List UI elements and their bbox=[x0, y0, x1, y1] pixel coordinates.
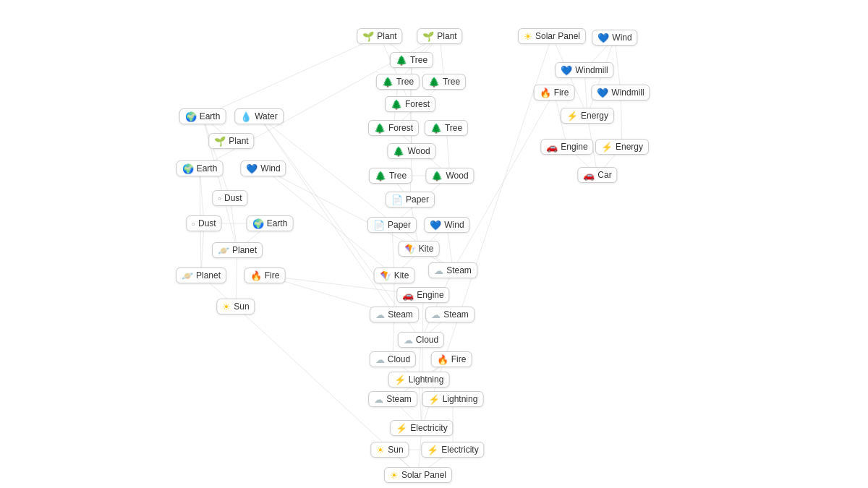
node-icon-sun1: ☀ bbox=[222, 302, 231, 312]
node-electricity1[interactable]: ⚡Electricity bbox=[390, 420, 453, 436]
node-icon-kite1: 🪁 bbox=[404, 244, 416, 254]
node-forest2[interactable]: 🌲Forest bbox=[368, 120, 419, 136]
node-icon-plant1: 🌱 bbox=[362, 32, 374, 41]
node-label-sun2: Sun bbox=[388, 445, 403, 455]
node-label-planet2: Planet bbox=[196, 270, 221, 281]
node-sun1[interactable]: ☀Sun bbox=[216, 299, 255, 314]
node-sun2[interactable]: ☀Sun bbox=[370, 442, 409, 458]
node-lightning1[interactable]: ⚡Lightning bbox=[388, 372, 450, 388]
node-energy1[interactable]: ⚡Energy bbox=[561, 108, 614, 124]
node-plant2[interactable]: 🌱Plant bbox=[417, 28, 462, 44]
node-lightning2[interactable]: ⚡Lightning bbox=[422, 391, 484, 407]
node-icon-plant2: 🌱 bbox=[422, 32, 434, 41]
node-label-lightning1: Lightning bbox=[409, 374, 444, 385]
node-steam1[interactable]: ☁Steam bbox=[428, 262, 477, 278]
node-label-planet1: Planet bbox=[232, 245, 257, 255]
node-water1[interactable]: 💧Water bbox=[234, 108, 284, 124]
node-plant3[interactable]: 🌱Plant bbox=[208, 133, 254, 149]
node-icon-earth1: 🌍 bbox=[185, 112, 197, 121]
node-planet2[interactable]: 🪐Planet bbox=[176, 267, 226, 283]
node-icon-tree1: 🌲 bbox=[396, 56, 407, 65]
node-tree1[interactable]: 🌲Tree bbox=[390, 52, 433, 68]
node-label-fire1: Fire bbox=[554, 87, 569, 98]
node-label-solar2: Solar Panel bbox=[401, 470, 446, 480]
node-fire1[interactable]: 🔥Fire bbox=[534, 85, 575, 100]
node-kite1[interactable]: 🪁Kite bbox=[399, 241, 440, 257]
svg-line-63 bbox=[203, 36, 380, 116]
node-label-electricity2: Electricity bbox=[441, 445, 478, 455]
node-icon-cloud1: ☁ bbox=[404, 335, 413, 345]
node-label-water1: Water bbox=[255, 111, 278, 121]
node-label-kite1: Kite bbox=[419, 244, 434, 254]
node-earth2[interactable]: 🌍Earth bbox=[176, 160, 224, 176]
node-label-paper1: Paper bbox=[406, 194, 429, 205]
svg-line-49 bbox=[422, 295, 423, 428]
node-wood1[interactable]: 🌲Wood bbox=[387, 143, 435, 159]
node-cloud1[interactable]: ☁Cloud bbox=[398, 332, 444, 348]
node-icon-energy2: ⚡ bbox=[601, 142, 613, 152]
node-wind2[interactable]: 💙Wind bbox=[240, 160, 286, 176]
node-label-tree3: Tree bbox=[443, 77, 460, 87]
node-wood2[interactable]: 🌲Wood bbox=[425, 168, 474, 184]
node-fire3[interactable]: 🔥Fire bbox=[431, 351, 472, 367]
node-electricity2[interactable]: ⚡Electricity bbox=[421, 442, 484, 458]
node-steam2[interactable]: ☁Steam bbox=[370, 307, 419, 322]
node-engine1[interactable]: 🚗Engine bbox=[540, 139, 593, 155]
node-label-windmill1: Windmill bbox=[575, 65, 608, 75]
node-tree5[interactable]: 🌲Tree bbox=[369, 168, 412, 184]
node-planet1[interactable]: 🪐Planet bbox=[212, 242, 263, 258]
node-cloud2[interactable]: ☁Cloud bbox=[370, 351, 416, 367]
node-dust1[interactable]: ▫Dust bbox=[212, 190, 247, 206]
node-wind1[interactable]: 💙Wind bbox=[592, 30, 637, 46]
node-label-steam2: Steam bbox=[388, 309, 413, 320]
node-tree2[interactable]: 🌲Tree bbox=[376, 74, 420, 90]
node-label-plant1: Plant bbox=[377, 31, 396, 41]
node-label-windmill2: Windmill bbox=[611, 87, 644, 98]
node-label-wind1: Wind bbox=[612, 33, 631, 43]
node-icon-planet1: 🪐 bbox=[218, 246, 229, 255]
node-steam3[interactable]: ☁Steam bbox=[425, 307, 475, 322]
node-tree4[interactable]: 🌲Tree bbox=[425, 120, 468, 136]
node-label-earth3: Earth bbox=[267, 218, 288, 228]
node-paper2[interactable]: 📄Paper bbox=[367, 217, 417, 233]
node-icon-fire1: 🔥 bbox=[540, 88, 551, 98]
node-icon-engine2: 🚗 bbox=[402, 291, 414, 300]
node-icon-car1: 🚗 bbox=[583, 171, 595, 180]
node-label-dust1: Dust bbox=[224, 193, 242, 203]
node-dust2[interactable]: ▫Dust bbox=[186, 215, 221, 231]
node-label-kite2: Kite bbox=[394, 270, 409, 281]
node-energy2[interactable]: ⚡Energy bbox=[595, 139, 649, 155]
node-icon-forest1: 🌲 bbox=[391, 100, 402, 109]
node-icon-steam1: ☁ bbox=[434, 266, 443, 275]
node-label-earth2: Earth bbox=[197, 163, 218, 174]
graph-container: 🌱Plant🌱Plant☀Solar Panel💙Wind🌲Tree💙Windm… bbox=[0, 0, 868, 488]
node-icon-fire3: 🔥 bbox=[437, 355, 448, 364]
node-label-fire2: Fire bbox=[265, 270, 280, 281]
node-label-engine1: Engine bbox=[561, 142, 587, 152]
node-engine2[interactable]: 🚗Engine bbox=[396, 287, 449, 303]
node-plant1[interactable]: 🌱Plant bbox=[357, 28, 402, 44]
node-label-energy2: Energy bbox=[616, 142, 643, 152]
node-solar2[interactable]: ☀Solar Panel bbox=[384, 467, 452, 483]
node-label-lightning2: Lightning bbox=[443, 394, 478, 404]
node-fire2[interactable]: 🔥Fire bbox=[244, 267, 286, 283]
node-earth3[interactable]: 🌍Earth bbox=[247, 215, 294, 231]
node-label-steam3: Steam bbox=[443, 309, 469, 320]
node-windmill1[interactable]: 💙Windmill bbox=[555, 62, 613, 78]
node-label-plant3: Plant bbox=[229, 136, 248, 146]
node-icon-wind2: 💙 bbox=[246, 164, 258, 174]
node-earth1[interactable]: 🌍Earth bbox=[179, 108, 226, 124]
node-steam4[interactable]: ☁Steam bbox=[368, 391, 417, 407]
node-label-forest2: Forest bbox=[388, 123, 413, 133]
node-label-car1: Car bbox=[597, 170, 611, 180]
node-paper1[interactable]: 📄Paper bbox=[386, 192, 435, 207]
node-tree3[interactable]: 🌲Tree bbox=[422, 74, 466, 90]
node-icon-earth3: 🌍 bbox=[252, 219, 264, 228]
node-forest1[interactable]: 🌲Forest bbox=[385, 96, 435, 112]
node-car1[interactable]: 🚗Car bbox=[577, 167, 617, 183]
node-windmill2[interactable]: 💙Windmill bbox=[591, 85, 650, 100]
node-solar1[interactable]: ☀Solar Panel bbox=[518, 28, 586, 44]
node-label-solar1: Solar Panel bbox=[535, 31, 580, 41]
node-wind3[interactable]: 💙Wind bbox=[424, 217, 469, 233]
node-kite2[interactable]: 🪁Kite bbox=[374, 267, 415, 283]
